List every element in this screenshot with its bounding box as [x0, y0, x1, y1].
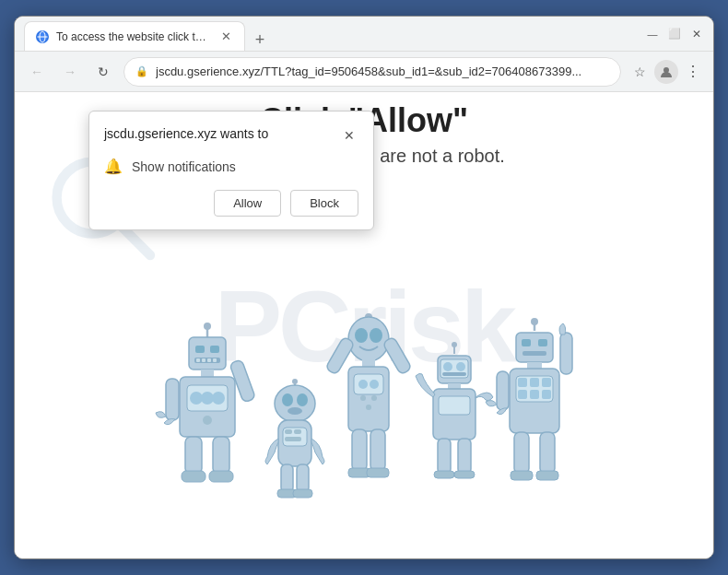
svg-rect-80: [522, 339, 531, 346]
svg-rect-91: [542, 390, 551, 399]
svg-rect-51: [354, 374, 383, 394]
svg-point-64: [452, 342, 457, 347]
popup-buttons: Allow Block: [104, 190, 358, 217]
popup-close-button[interactable]: ✕: [340, 126, 358, 145]
svg-point-46: [348, 317, 389, 361]
svg-rect-62: [367, 468, 389, 477]
svg-point-21: [212, 392, 225, 405]
svg-rect-16: [201, 370, 214, 377]
svg-rect-88: [542, 378, 551, 387]
svg-rect-95: [540, 432, 555, 474]
svg-point-47: [355, 328, 368, 343]
svg-point-20: [201, 392, 214, 405]
svg-point-30: [292, 379, 298, 384]
permission-label: Show notifications: [132, 159, 236, 174]
new-tab-button[interactable]: +: [249, 29, 271, 51]
svg-rect-13: [202, 358, 205, 362]
svg-rect-37: [285, 429, 292, 434]
svg-point-34: [288, 407, 302, 415]
svg-point-54: [360, 395, 366, 401]
bell-icon: 🔔: [104, 158, 123, 175]
svg-rect-59: [352, 429, 367, 471]
svg-rect-75: [434, 471, 454, 478]
svg-rect-96: [511, 471, 533, 480]
svg-rect-27: [182, 471, 205, 482]
svg-rect-40: [281, 464, 293, 492]
url-bar[interactable]: 🔒 jscdu.gserience.xyz/TTL?tag_id=9506458…: [123, 57, 621, 87]
svg-rect-97: [536, 471, 558, 480]
svg-point-48: [370, 328, 382, 343]
close-button[interactable]: [689, 27, 704, 41]
svg-rect-8: [189, 337, 226, 370]
svg-point-52: [358, 380, 368, 389]
svg-point-68: [456, 362, 465, 371]
svg-point-53: [370, 380, 379, 389]
svg-rect-73: [438, 439, 451, 474]
svg-rect-82: [523, 351, 546, 356]
url-text: jscdu.gserience.xyz/TTL?tag_id=9506458&s…: [156, 65, 609, 78]
svg-rect-72: [439, 396, 470, 415]
svg-rect-94: [514, 432, 529, 474]
svg-rect-87: [530, 378, 539, 387]
title-bar: To access the website click the "/ ✕ +: [15, 17, 713, 52]
forward-button[interactable]: →: [57, 59, 83, 85]
svg-rect-14: [207, 358, 211, 362]
profile-button[interactable]: [654, 60, 678, 84]
svg-rect-93: [560, 333, 572, 374]
svg-rect-28: [209, 471, 233, 482]
tab-area: To access the website click the "/ ✕ +: [24, 17, 640, 51]
svg-point-78: [531, 318, 538, 325]
back-button[interactable]: ←: [24, 59, 50, 85]
browser-window: To access the website click the "/ ✕ + ←…: [14, 16, 714, 559]
svg-rect-69: [442, 372, 466, 376]
svg-point-31: [275, 385, 315, 422]
allow-button[interactable]: Allow: [214, 190, 281, 217]
svg-point-56: [366, 405, 371, 410]
svg-rect-81: [538, 339, 547, 346]
window-controls: [645, 27, 704, 41]
url-actions: ☆ ⋮: [628, 60, 704, 84]
svg-rect-38: [294, 429, 301, 434]
svg-rect-76: [454, 471, 475, 478]
svg-point-22: [203, 416, 212, 425]
block-button[interactable]: Block: [290, 190, 358, 217]
svg-rect-41: [297, 464, 309, 492]
svg-rect-12: [196, 358, 200, 362]
svg-rect-43: [293, 489, 312, 498]
address-bar: ← → ↻ 🔒 jscdu.gserience.xyz/TTL?tag_id=9…: [15, 52, 713, 92]
svg-point-32: [282, 393, 293, 406]
svg-rect-86: [518, 378, 527, 387]
menu-button[interactable]: ⋮: [682, 63, 704, 80]
permission-popup: jscdu.gserience.xyz wants to ✕ 🔔 Show no…: [88, 111, 374, 230]
svg-rect-39: [285, 437, 301, 441]
active-tab[interactable]: To access the website click the "/ ✕: [24, 21, 245, 51]
lock-icon: 🔒: [135, 65, 148, 77]
page-content: PCrisk Click "Allow" to confirm that you…: [15, 92, 713, 558]
svg-rect-23: [166, 379, 179, 420]
reload-button[interactable]: ↻: [90, 59, 116, 85]
minimize-button[interactable]: [645, 27, 660, 41]
svg-rect-49: [362, 359, 375, 367]
popup-title: jscdu.gserience.xyz wants to: [104, 126, 268, 141]
tab-close-button[interactable]: ✕: [218, 29, 233, 44]
robots-illustration: [143, 300, 585, 558]
popup-permission-row: 🔔 Show notifications: [104, 158, 358, 175]
svg-point-7: [204, 323, 211, 330]
svg-rect-83: [527, 362, 542, 369]
svg-rect-90: [530, 390, 539, 399]
svg-point-33: [297, 393, 308, 406]
svg-rect-15: [213, 358, 217, 362]
svg-rect-92: [497, 371, 509, 410]
svg-rect-25: [185, 437, 202, 474]
svg-rect-10: [210, 346, 219, 353]
svg-point-19: [190, 392, 203, 405]
maximize-button[interactable]: [667, 27, 682, 41]
svg-rect-26: [213, 437, 229, 474]
svg-rect-89: [518, 390, 527, 399]
bookmark-icon[interactable]: ☆: [628, 61, 651, 83]
svg-point-55: [371, 395, 377, 401]
popup-header: jscdu.gserience.xyz wants to ✕: [104, 126, 358, 145]
svg-rect-70: [448, 383, 461, 389]
tab-favicon: [36, 30, 49, 43]
svg-point-67: [443, 362, 452, 371]
